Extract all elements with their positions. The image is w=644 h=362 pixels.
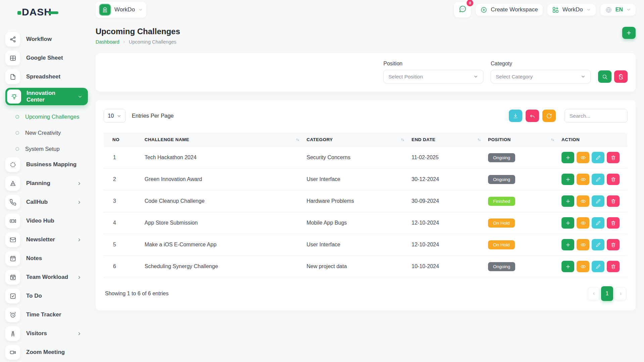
innovation-icon	[7, 89, 21, 104]
sidebar-item-label: Spreadsheet	[26, 73, 82, 80]
sidebar-item-visitors[interactable]: Visitors	[5, 326, 88, 341]
sidebar-item-innovation-center[interactable]: Innovation Center	[5, 88, 88, 105]
create-workspace-button[interactable]: Create Workspace	[476, 4, 542, 16]
spreadsheet-icon	[5, 69, 20, 84]
status-badge: Ongoing	[488, 262, 515, 271]
sidebar-item-callhub[interactable]: CallHub	[5, 194, 88, 210]
plus-icon	[565, 198, 571, 204]
status-badge: Ongoing	[488, 153, 515, 162]
trash-icon	[610, 177, 616, 182]
delete-action-button[interactable]	[607, 239, 620, 250]
sheet-icon	[5, 51, 20, 65]
undo-icon	[529, 113, 535, 119]
search-button[interactable]	[598, 70, 611, 83]
breadcrumb-dashboard-link[interactable]: Dashboard	[96, 39, 119, 45]
language-selector[interactable]: EN	[600, 4, 636, 16]
sidebar-item-to-do[interactable]: To Do	[5, 288, 88, 304]
undo-button[interactable]	[526, 110, 539, 122]
add-action-button[interactable]	[561, 195, 574, 207]
plus-icon	[565, 177, 571, 182]
trash-icon	[610, 220, 616, 226]
add-action-button[interactable]	[561, 261, 574, 272]
zoom-meeting-icon	[5, 345, 20, 360]
callhub-icon	[5, 195, 20, 209]
pagination-next-button[interactable]	[615, 287, 626, 300]
edit-action-button[interactable]	[592, 261, 604, 272]
sidebar-item-notes[interactable]: Notes	[5, 251, 88, 266]
page-header: Upcoming Challenges Dashboard Upcoming C…	[96, 27, 636, 45]
edit-action-button[interactable]	[592, 174, 604, 185]
workspace-name: WorkDo	[114, 6, 135, 13]
edit-action-button[interactable]	[592, 239, 604, 250]
column-header-position[interactable]: POSITION	[485, 133, 558, 147]
position-select[interactable]: Select Position	[383, 70, 483, 83]
sidebar-item-time-tracker[interactable]: Time Tracker	[5, 307, 88, 322]
add-action-button[interactable]	[561, 217, 574, 229]
challenge-position-cell: Ongoing	[485, 147, 558, 169]
row-number: 5	[104, 234, 141, 256]
sidebar-item-label: To Do	[26, 293, 82, 299]
eye-icon	[580, 220, 586, 226]
pagination-page-1[interactable]: 1	[601, 286, 613, 301]
delete-action-button[interactable]	[607, 152, 620, 163]
app-logo[interactable]: DASH	[17, 5, 88, 19]
plus-circle-icon	[480, 6, 487, 13]
row-number: 1	[104, 147, 141, 169]
planning-icon	[9, 180, 16, 187]
add-action-button[interactable]	[561, 239, 574, 250]
view-action-button[interactable]	[577, 174, 589, 185]
refresh-button[interactable]	[542, 110, 556, 122]
sidebar-item-google-sheet[interactable]: Google Sheet	[5, 50, 88, 66]
sidebar-item-spreadsheet[interactable]: Spreadsheet	[5, 69, 88, 84]
sidebar-item-business-mapping[interactable]: Business Mapping	[5, 157, 88, 172]
edit-action-button[interactable]	[592, 217, 604, 229]
status-badge: Ongoing	[488, 175, 515, 184]
sidebar-item-team-workload[interactable]: Team Workload	[5, 269, 88, 285]
table-row: 4App Store SubmissionMobile App Bugs12-1…	[104, 212, 628, 234]
chevron-right-icon	[77, 200, 82, 205]
sidebar-item-workflow[interactable]: Workflow	[5, 32, 88, 47]
export-button[interactable]	[509, 110, 522, 122]
search-input[interactable]	[565, 109, 628, 123]
notes-icon	[5, 251, 20, 266]
workspace-selector[interactable]: WorkDo	[96, 2, 146, 18]
messages-button[interactable]: 0	[454, 2, 471, 17]
sidebar-item-planning[interactable]: Planning	[5, 176, 88, 191]
add-challenge-button[interactable]	[622, 27, 636, 39]
delete-action-button[interactable]	[607, 195, 620, 207]
view-action-button[interactable]	[577, 152, 589, 163]
delete-action-button[interactable]	[607, 261, 620, 272]
row-actions	[558, 169, 628, 190]
view-action-button[interactable]	[577, 195, 589, 207]
column-header-end-date[interactable]: END DATE	[408, 133, 485, 147]
sidebar-item-zoom-meeting[interactable]: Zoom Meeting	[5, 345, 88, 360]
view-action-button[interactable]	[577, 239, 589, 250]
business-mapping-icon	[9, 161, 16, 168]
page-size-select[interactable]: 10	[104, 109, 126, 123]
row-actions	[558, 212, 628, 234]
view-action-button[interactable]	[577, 217, 589, 229]
edit-action-button[interactable]	[592, 152, 604, 163]
pencil-icon	[595, 155, 601, 161]
sidebar-item-video-hub[interactable]: Video Hub	[5, 213, 88, 229]
sidebar-subitem-new-creativity[interactable]: New Creativity	[5, 125, 88, 141]
todo-icon	[9, 293, 16, 300]
table-row: 5Make a iOS E-Commerce AppUser Interface…	[104, 234, 628, 256]
delete-action-button[interactable]	[607, 217, 620, 229]
sidebar-item-newsletter[interactable]: Newsletter	[5, 232, 88, 247]
add-action-button[interactable]	[561, 152, 574, 163]
reset-button[interactable]	[614, 70, 628, 83]
add-action-button[interactable]	[561, 174, 574, 185]
delete-action-button[interactable]	[607, 174, 620, 185]
sidebar-subitem-system-setup[interactable]: System Setup	[5, 141, 88, 157]
view-action-button[interactable]	[577, 261, 589, 272]
sidebar-subitem-upcoming-challenges[interactable]: Upcoming Challenges	[5, 109, 88, 125]
column-header-category[interactable]: CATEGORY	[303, 133, 408, 147]
column-header-challenge-name[interactable]: CHALLENGE NAME	[141, 133, 303, 147]
sidebar-item-label: Innovation Center	[26, 90, 72, 103]
edit-action-button[interactable]	[592, 195, 604, 207]
sidebar-item-label: Workflow	[26, 36, 82, 43]
category-select[interactable]: Select Category	[491, 70, 591, 83]
workspace-menu[interactable]: WorkDo	[547, 4, 596, 16]
pagination-prev-button[interactable]	[588, 287, 599, 300]
